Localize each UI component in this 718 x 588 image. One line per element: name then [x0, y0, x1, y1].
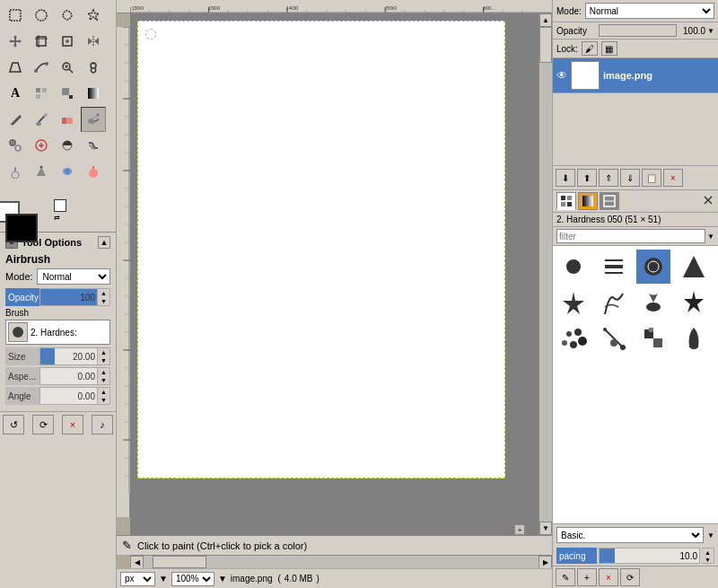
brush-selector[interactable]: 2. Hardnes:	[5, 320, 110, 345]
tool-options-expand-button[interactable]: ▲	[98, 236, 110, 249]
spacing-spin-up[interactable]: ▲	[702, 549, 714, 556]
swap-colors-button[interactable]: ⇄	[54, 214, 66, 222]
smudge-tool[interactable]	[81, 133, 106, 158]
brush-item-2[interactable]	[597, 250, 631, 284]
bucket-fill-tool[interactable]	[55, 81, 80, 106]
brush-item-5[interactable]	[556, 285, 591, 320]
brush-tab-pattern[interactable]	[556, 192, 576, 210]
brush-item-9[interactable]	[556, 321, 591, 355]
free-select-tool[interactable]	[55, 3, 80, 28]
lock-brush-button[interactable]: 🖌	[582, 41, 598, 56]
brush-type-arrow[interactable]: ▼	[707, 531, 714, 540]
measure-tool[interactable]	[81, 55, 106, 80]
brushes-panel-close[interactable]	[702, 194, 714, 208]
blend-tool[interactable]	[81, 81, 106, 106]
horizontal-scrollbar[interactable]: ◀ ▶	[130, 555, 552, 568]
paths-tool[interactable]	[29, 55, 54, 80]
duplicate-layer-button[interactable]: ⇓	[620, 169, 640, 187]
layer-visibility-eye[interactable]: 👁	[556, 69, 567, 82]
spacing-spin-down[interactable]: ▼	[702, 556, 714, 563]
brush-filter-input[interactable]	[556, 229, 705, 243]
scroll-thumb-v[interactable]	[539, 27, 552, 63]
anchor-layer-button[interactable]: 📋	[642, 169, 661, 187]
delete-brush-button[interactable]: ×	[599, 568, 618, 586]
eraser-tool[interactable]	[55, 107, 80, 132]
opacity-track[interactable]: 100	[39, 288, 98, 306]
brush-item-3[interactable]	[636, 250, 670, 284]
text-tool[interactable]: A	[3, 81, 28, 106]
airbrush-tool[interactable]	[81, 107, 106, 132]
brush-item-7[interactable]	[636, 285, 670, 320]
spacing-track[interactable]: 10.0	[599, 548, 700, 564]
aspect-spin-up[interactable]: ▲	[98, 368, 109, 376]
clone-tool[interactable]	[3, 133, 28, 158]
vertical-scrollbar[interactable]: ▲ ▼	[538, 13, 552, 535]
spacing-spinner[interactable]: ▲ ▼	[702, 548, 714, 564]
layers-opacity-arrow[interactable]: ▼	[707, 27, 714, 35]
brush-type-select[interactable]: Basic. Bristle Pencil	[556, 527, 704, 543]
dodge-burn-tool[interactable]	[55, 133, 80, 158]
scroll-up-button[interactable]: ▲	[539, 13, 552, 27]
layer-row[interactable]: 👁 image.png	[553, 58, 718, 93]
rectangle-select-tool[interactable]	[3, 3, 28, 28]
opacity-spin-down[interactable]: ▼	[98, 297, 109, 305]
brush-item-8[interactable]	[677, 285, 711, 320]
zoom-select-bottom[interactable]: 100% 50% 200%	[171, 572, 215, 586]
scroll-right-button[interactable]: ▶	[538, 556, 552, 569]
size-spinner[interactable]: ▲ ▼	[98, 347, 110, 365]
brush-item-11[interactable]	[636, 321, 670, 355]
heal-tool[interactable]	[29, 133, 54, 158]
lock-alpha-button[interactable]: ▦	[601, 41, 617, 56]
brush-filter-arrow[interactable]: ▼	[707, 233, 714, 241]
hand-tool[interactable]	[3, 159, 28, 184]
brush-tab-pattern2[interactable]	[600, 192, 619, 210]
edit-brush-button[interactable]: ✎	[556, 568, 575, 586]
refresh-brushes-button[interactable]: ⟳	[620, 568, 640, 586]
angle-track[interactable]: 0.00	[39, 387, 98, 405]
new-brush-button[interactable]: +	[577, 568, 597, 586]
size-spin-down[interactable]: ▼	[98, 356, 109, 364]
brush-item-4[interactable]	[677, 250, 711, 284]
scroll-thumb-h[interactable]	[153, 556, 206, 568]
lower-layer-button[interactable]: ⇑	[599, 169, 618, 187]
canvas-resize-handle[interactable]: +	[514, 524, 525, 535]
brush-tab-gradient[interactable]	[578, 192, 598, 210]
color-picker-tool[interactable]	[29, 81, 54, 106]
opacity-spin-up[interactable]: ▲	[98, 289, 109, 297]
brush-item-6[interactable]	[597, 285, 631, 320]
move-tool[interactable]	[3, 29, 28, 54]
brush-item-10[interactable]	[597, 321, 631, 355]
brush-item-1[interactable]	[556, 250, 591, 284]
perspective-tool[interactable]	[3, 55, 28, 80]
mypaing-tool[interactable]	[81, 159, 106, 184]
scroll-down-button[interactable]: ▼	[539, 522, 552, 535]
convolve-tool[interactable]	[29, 159, 54, 184]
size-spin-up[interactable]: ▲	[98, 348, 109, 356]
crop-tool[interactable]	[29, 29, 54, 54]
scroll-track-h[interactable]	[144, 556, 538, 568]
fuzzy-select-tool[interactable]	[81, 3, 106, 28]
ellipse-select-tool[interactable]	[29, 3, 54, 28]
delete-button[interactable]: ×	[62, 415, 83, 434]
new-layer-from-visible-button[interactable]: ⬇	[556, 169, 575, 187]
scroll-left-button[interactable]: ◀	[130, 556, 144, 569]
angle-spin-up[interactable]: ▲	[98, 388, 109, 396]
aspect-track[interactable]: 0.00	[39, 367, 98, 385]
delete-layer-button[interactable]: ×	[663, 169, 683, 187]
mode-select[interactable]: Normal	[37, 268, 110, 285]
layers-mode-select[interactable]: Normal Multiply Screen	[585, 3, 714, 19]
size-track[interactable]: 20.00	[39, 347, 98, 365]
angle-spin-down[interactable]: ▼	[98, 396, 109, 404]
flip-tool[interactable]	[81, 29, 106, 54]
zoom-tool[interactable]	[55, 55, 80, 80]
paintbrush-tool[interactable]	[29, 107, 54, 132]
reset-colors-button[interactable]	[54, 199, 66, 212]
angle-spinner[interactable]: ▲ ▼	[98, 387, 110, 405]
canvas-area[interactable]	[137, 21, 505, 478]
pencil-tool[interactable]	[3, 107, 28, 132]
opacity-spinner[interactable]: ▲ ▼	[98, 288, 110, 306]
unit-select[interactable]: px mm cm in	[120, 572, 155, 586]
brush-item-12[interactable]	[677, 321, 711, 355]
refresh-button[interactable]: ⟳	[32, 415, 54, 434]
canvas-scroll[interactable]: +	[130, 13, 538, 535]
